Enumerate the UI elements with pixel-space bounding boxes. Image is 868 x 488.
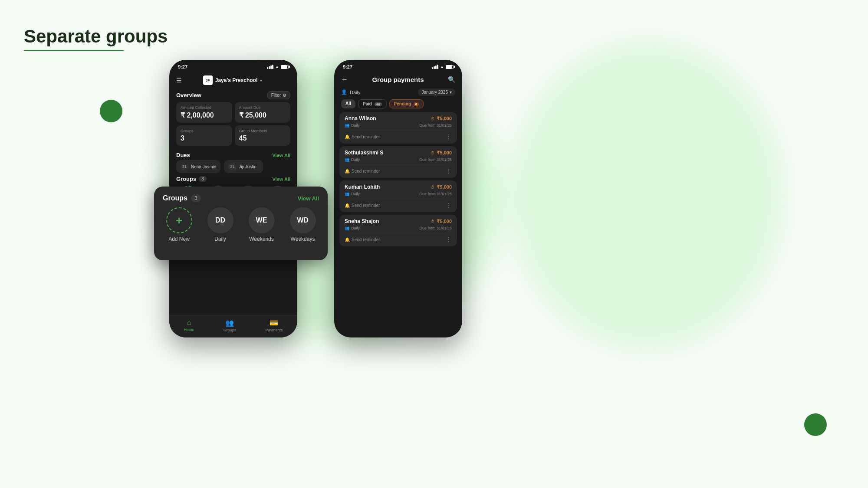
dues-list: 31 Neha Jasmin 31 Jiji Justin — [169, 160, 297, 173]
status-icons-left: ▲ — [267, 65, 289, 69]
school-avatar: JP — [203, 75, 213, 85]
groups-popup: Groups 3 View All + Add New DD Daily WE … — [154, 187, 328, 260]
pending-badge: 6 — [414, 102, 419, 106]
rp-daily-badge: 👤 Daily — [341, 89, 360, 95]
send-reminder-button[interactable]: 🔔 Send reminder — [345, 237, 380, 242]
status-icons-right: ▲ — [432, 65, 454, 69]
send-reminder-button[interactable]: 🔔 Send reminder — [345, 169, 380, 174]
clock-icon: ⏱ — [431, 219, 435, 224]
signal-icon — [267, 65, 273, 69]
popup-view-all[interactable]: View All — [298, 195, 319, 202]
rp-header: ← Group payments 🔍 — [334, 72, 462, 87]
filter-button[interactable]: Filter ⚙ — [267, 91, 290, 99]
stat-amount-collected: Amount Collected ₹ 2,00,000 — [176, 102, 232, 123]
more-options-button[interactable]: ⋮ — [446, 236, 452, 243]
payment-card: Sneha Shajon ⏱ ₹5,000 👥 Daily Due from 3… — [339, 215, 457, 246]
clock-icon: ⏱ — [431, 151, 435, 155]
popup-add-new[interactable]: + Add New — [166, 207, 192, 242]
tab-paid[interactable]: Paid 40 — [358, 99, 387, 108]
clock-icon: ⏱ — [431, 116, 435, 121]
school-chevron: ▾ — [260, 78, 262, 83]
popup-items: + Add New DD Daily WE Weekends WD Weekda… — [163, 207, 319, 242]
clock-icon: ⏱ — [431, 185, 435, 190]
page-title-underline — [24, 50, 124, 51]
stat-groups: Groups 3 — [176, 125, 232, 146]
status-time-left: 9:27 — [178, 64, 187, 69]
due-item: 31 Jiji Justin — [224, 160, 263, 173]
popup-count: 3 — [191, 194, 201, 202]
school-badge[interactable]: JP Jaya's Preschool ▾ — [203, 75, 263, 85]
due-item: 31 Neha Jasmin — [176, 160, 220, 173]
nav-groups[interactable]: 👥 Groups — [224, 319, 237, 332]
paid-badge: 40 — [375, 102, 382, 106]
more-options-button[interactable]: ⋮ — [446, 202, 452, 209]
app-header-left: ☰ JP Jaya's Preschool ▾ — [169, 72, 297, 88]
popup-weekends[interactable]: WE Weekends — [249, 207, 275, 242]
rp-title: Group payments — [372, 76, 424, 83]
stat-amount-due: Amount Due ₹ 25,000 — [235, 102, 291, 123]
stat-group-members: Group Members 45 — [235, 125, 291, 146]
month-selector[interactable]: January 2025 ▾ — [418, 88, 455, 96]
payment-card: Kumari Lohith ⏱ ₹5,000 👥 Daily Due from … — [339, 180, 457, 212]
overview-row: Overview Filter ⚙ — [169, 88, 297, 102]
send-reminder-button[interactable]: 🔔 Send reminder — [345, 203, 380, 208]
page-title: Separate groups — [24, 26, 168, 47]
status-bar-left: 9:27 ▲ — [169, 60, 297, 72]
more-options-button[interactable]: ⋮ — [446, 133, 452, 140]
battery-icon-right — [446, 65, 454, 69]
rp-tabs: All Paid 40 Pending 6 — [334, 99, 462, 112]
signal-icon-right — [432, 65, 438, 69]
school-name: Jaya's Preschool — [215, 77, 258, 83]
decorative-dot-left — [100, 100, 122, 122]
decorative-dot-right — [804, 413, 827, 436]
search-icon[interactable]: 🔍 — [448, 76, 455, 83]
back-button[interactable]: ← — [341, 75, 348, 83]
popup-weekdays[interactable]: WD Weekdays — [290, 207, 316, 242]
overview-label: Overview — [176, 92, 201, 98]
stats-grid-top: Amount Collected ₹ 2,00,000 Amount Due ₹… — [169, 102, 297, 123]
dues-view-all[interactable]: View All — [272, 153, 290, 158]
nav-home[interactable]: ⌂ Home — [184, 319, 194, 332]
popup-title: Groups — [163, 194, 187, 202]
tab-pending[interactable]: Pending 6 — [389, 99, 424, 108]
payment-card: Anna Wilson ⏱ ₹5,000 👥 Daily Due from 31… — [339, 112, 457, 144]
status-time-right: 9:27 — [343, 64, 352, 69]
nav-payments[interactable]: 💳 Payments — [265, 319, 283, 332]
wifi-icon-right: ▲ — [440, 65, 444, 69]
more-options-button[interactable]: ⋮ — [446, 167, 452, 174]
payment-list: Anna Wilson ⏱ ₹5,000 👥 Daily Due from 31… — [334, 112, 462, 246]
hamburger-icon[interactable]: ☰ — [176, 77, 182, 84]
stats-grid-bottom: Groups 3 Group Members 45 — [169, 125, 297, 146]
payment-card: Sethulakshmi S ⏱ ₹5,000 👥 Daily Due from… — [339, 146, 457, 178]
rp-filter-row: 👤 Daily January 2025 ▾ — [334, 87, 462, 99]
bg-blob-right — [512, 43, 781, 347]
status-bar-right: 9:27 ▲ — [334, 60, 462, 72]
dues-row: Dues View All — [169, 148, 297, 160]
groups-view-all-phone[interactable]: View All — [272, 177, 290, 182]
popup-daily[interactable]: DD Daily — [207, 207, 233, 242]
bottom-nav-left: ⌂ Home 👥 Groups 💳 Payments — [169, 315, 297, 337]
phone-right: 9:27 ▲ ← Group payments 🔍 👤 Daily Januar… — [334, 60, 462, 337]
battery-icon — [281, 65, 289, 69]
wifi-icon: ▲ — [275, 65, 279, 69]
send-reminder-button[interactable]: 🔔 Send reminder — [345, 134, 380, 139]
tab-all[interactable]: All — [341, 99, 355, 108]
